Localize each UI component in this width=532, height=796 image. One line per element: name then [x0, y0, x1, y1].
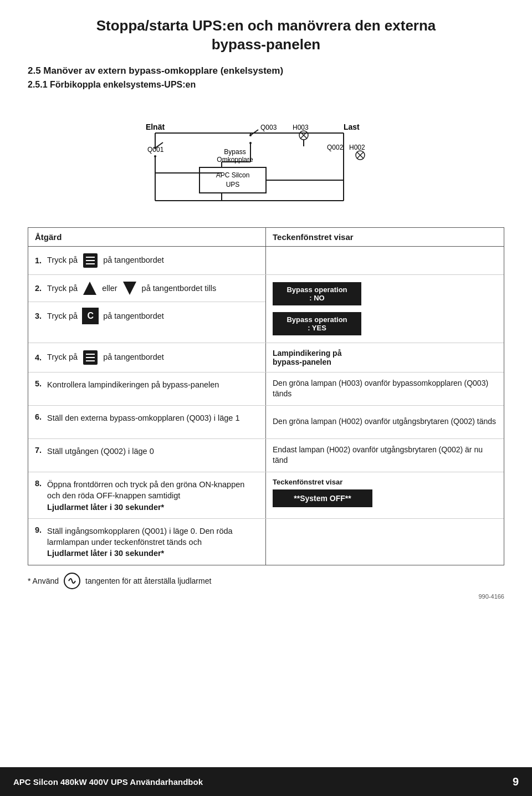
arrow-down-key-icon [122, 280, 137, 296]
teckenfonstret-label: Teckenfönstret visar [273, 478, 342, 486]
step-1-left: 1. Tryck på på tangentbordet [28, 247, 266, 274]
svg-point-7 [154, 155, 156, 157]
reset-sound-icon [63, 572, 81, 590]
svg-text:H003: H003 [293, 124, 309, 131]
step-9-left: 9. Ställ ingångsomkopplaren (Q001) i läg… [28, 519, 266, 565]
rows-2-3-left: 2. Tryck på eller på tangentbordet tills… [28, 275, 266, 343]
step-6-right: Den gröna lampan (H002) ovanför utgångsb… [266, 406, 504, 438]
bypass-no-badge: Bypass operation: NO [273, 282, 361, 305]
svg-text:H002: H002 [349, 144, 365, 151]
step-9-right [266, 519, 504, 565]
footer-title: APC Silcon 480kW 400V UPS Användarhandbo… [13, 777, 203, 787]
step-8-right: Teckenfönstret visar **System OFF** [266, 472, 504, 518]
col-header-right: Teckenfönstret visar [266, 228, 504, 246]
table-row-4: 4. Tryck på på tangentbordet Lampindiker… [28, 343, 504, 373]
c-key-icon: C [82, 308, 99, 324]
step-8-left: 8. Öppna frontdörren och tryck på den gr… [28, 472, 266, 518]
footer-note: * Använd tangenten för att återställa lj… [28, 572, 504, 590]
svg-text:Bypass: Bypass [224, 148, 245, 156]
lamp-header: Lampindikering påbypass-panelen [273, 349, 341, 366]
svg-marker-53 [123, 282, 136, 295]
menu-key-icon-2 [82, 349, 99, 366]
table-row-7: 7. Ställ utgången (Q002) i läge 0 Endast… [28, 439, 504, 472]
svg-text:APC Silcon: APC Silcon [216, 171, 250, 179]
footer-page-number: 9 [513, 775, 519, 788]
svg-text:Q002: Q002 [327, 144, 344, 151]
step-4-left: 4. Tryck på på tangentbordet [28, 343, 266, 372]
svg-point-6 [154, 147, 156, 149]
arrow-up-key-icon [82, 280, 98, 296]
svg-text:Q003: Q003 [260, 124, 277, 131]
table-header: Åtgärd Teckenfönstret visar [28, 228, 504, 247]
circuit-diagram: Elnät Q001 Q003 H003 [28, 101, 504, 212]
rows-2-3: 2. Tryck på eller på tangentbordet tills… [28, 275, 504, 343]
main-table: Åtgärd Teckenfönstret visar 1. Tryck på … [28, 227, 504, 565]
step-5-left: 5. Kontrollera lampindikeringen på bypas… [28, 373, 266, 405]
step-2-left: 2. Tryck på eller på tangentbordet tills [28, 275, 265, 302]
table-row-6: 6. Ställ den externa bypass-omkopplaren … [28, 406, 504, 439]
step-4-right: Lampindikering påbypass-panelen [266, 343, 504, 372]
sub-heading: 2.5.1 Förbikoppla enkelsystems-UPS:en [28, 80, 504, 90]
table-row: 1. Tryck på på tangentbordet [28, 247, 504, 275]
svg-text:Last: Last [344, 123, 360, 131]
step-7-left: 7. Ställ utgången (Q002) i läge 0 [28, 439, 266, 472]
svg-text:UPS: UPS [226, 181, 240, 188]
page-title: Stoppa/starta UPS:en och manövrera den e… [28, 17, 504, 54]
bypass-yes-badge: Bypass operation: YES [273, 312, 361, 335]
bypass-badges-cell: Bypass operation: NO Bypass operation: Y… [266, 275, 504, 343]
table-row-8: 8. Öppna frontdörren och tryck på den gr… [28, 472, 504, 519]
step-5-right: Den gröna lampan (H003) ovanför bypassom… [266, 373, 504, 405]
table-row-9: 9. Ställ ingångsomkopplaren (Q001) i läg… [28, 519, 504, 565]
svg-marker-52 [83, 282, 96, 295]
step-number: 1. [35, 256, 42, 265]
page-footer: APC Silcon 480kW 400V UPS Användarhandbo… [0, 767, 532, 796]
svg-text:Omkopplare: Omkopplare [217, 156, 253, 164]
table-row-5: 5. Kontrollera lampindikeringen på bypas… [28, 373, 504, 406]
step-1-right [266, 247, 504, 274]
menu-key-icon [82, 252, 99, 269]
step-6-left: 6. Ställ den externa bypass-omkopplaren … [28, 406, 266, 438]
section-heading: 2.5 Manöver av extern bypass-omkopplare … [28, 65, 504, 76]
step-3-left: 3. Tryck på C på tangentbordet [28, 302, 265, 330]
col-header-left: Åtgärd [28, 228, 266, 246]
step-7-right: Endast lampan (H002) ovanför utgångsbryt… [266, 439, 504, 472]
doc-ref: 990-4166 [28, 593, 504, 600]
svg-text:Elnät: Elnät [146, 123, 165, 131]
system-off-badge: **System OFF** [273, 489, 372, 507]
